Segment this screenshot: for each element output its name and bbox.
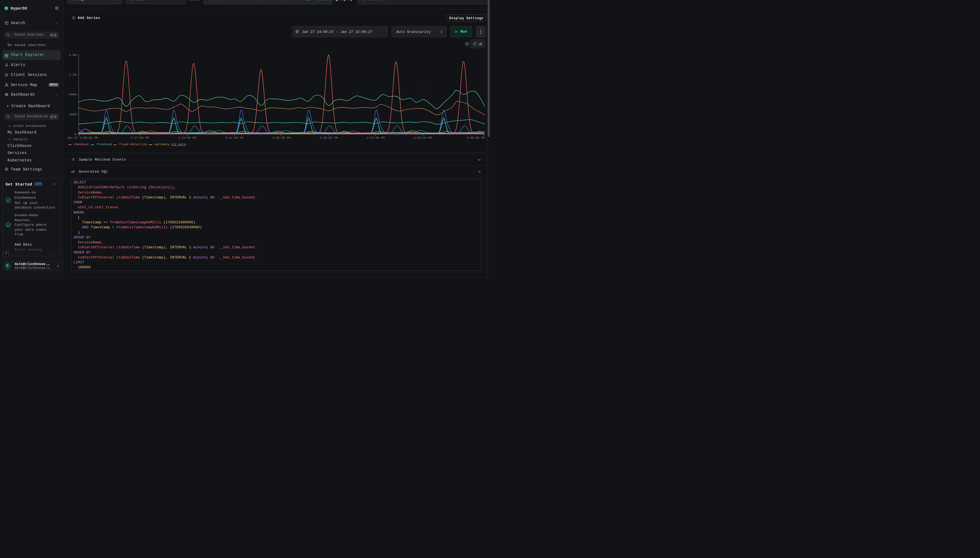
svg-text:2:45:00 PM: 2:45:00 PM bbox=[319, 136, 337, 140]
svg-text:1.6B: 1.6B bbox=[69, 53, 77, 57]
svg-text:800M: 800M bbox=[69, 93, 76, 96]
svg-text:2:31:00 PM: 2:31:00 PM bbox=[225, 136, 243, 140]
svg-text:1.2B: 1.2B bbox=[69, 73, 77, 77]
svg-text:3:08:00 PM: 3:08:00 PM bbox=[467, 136, 485, 140]
svg-text:2:24:00 PM: 2:24:00 PM bbox=[178, 136, 196, 140]
svg-text:2:17:00 PM: 2:17:00 PM bbox=[131, 136, 149, 140]
svg-text:400M: 400M bbox=[69, 113, 76, 116]
svg-text:Jan 27 2:08:00 PM: Jan 27 2:08:00 PM bbox=[67, 136, 98, 140]
svg-text:0: 0 bbox=[75, 133, 77, 136]
svg-text:2:38:00 PM: 2:38:00 PM bbox=[272, 136, 290, 140]
svg-text:2:59:00 PM: 2:59:00 PM bbox=[414, 136, 432, 140]
svg-text:2:52:00 PM: 2:52:00 PM bbox=[366, 136, 384, 140]
